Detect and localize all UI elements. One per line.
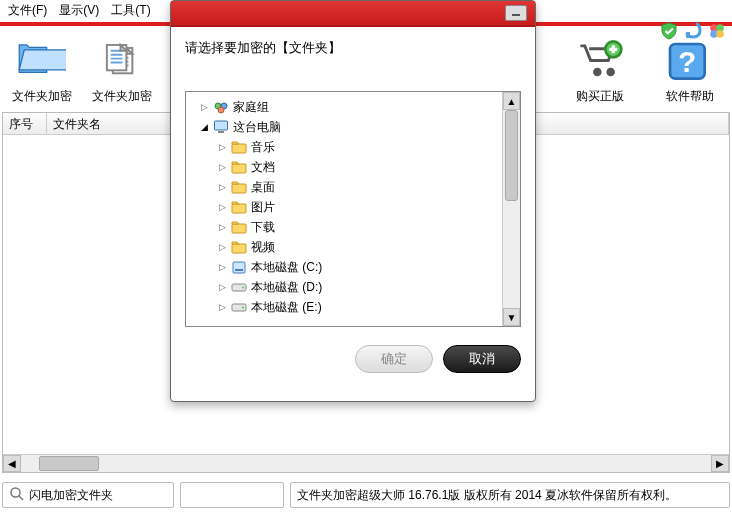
tree-item-this-pc[interactable]: ◢ 这台电脑: [189, 117, 499, 137]
tool-label: 文件夹加密: [92, 88, 152, 105]
scroll-thumb[interactable]: [505, 110, 518, 201]
expand-icon[interactable]: ▷: [217, 262, 227, 272]
expand-icon[interactable]: ▷: [217, 202, 227, 212]
homegroup-icon: [213, 99, 229, 115]
tree-label: 这台电脑: [233, 119, 281, 136]
expand-icon[interactable]: ▷: [217, 282, 227, 292]
ok-label: 确定: [381, 350, 407, 368]
expand-icon[interactable]: ▷: [217, 242, 227, 252]
col-index[interactable]: 序号: [3, 113, 47, 134]
folder-icon: [231, 199, 247, 215]
tree-label: 图片: [251, 199, 275, 216]
scroll-up-icon[interactable]: ▲: [503, 92, 520, 110]
menu-tool[interactable]: 工具(T): [111, 2, 150, 19]
tree-item-music[interactable]: ▷音乐: [189, 137, 499, 157]
expand-icon[interactable]: ▷: [217, 162, 227, 172]
tree-label: 本地磁盘 (C:): [251, 259, 322, 276]
tree-label: 视频: [251, 239, 275, 256]
tool-folder-encrypt-b[interactable]: 文件夹加密: [92, 40, 152, 105]
tree-item-drive-c[interactable]: ▷本地磁盘 (C:): [189, 257, 499, 277]
folder-icon: [231, 159, 247, 175]
scroll-right-icon[interactable]: ▶: [711, 455, 729, 472]
tree-item-drive-d[interactable]: ▷本地磁盘 (D:): [189, 277, 499, 297]
papers-icon: [98, 40, 146, 88]
help-icon: [666, 40, 714, 88]
tree-item-pics[interactable]: ▷图片: [189, 197, 499, 217]
minimize-button[interactable]: [505, 5, 527, 21]
collapse-icon[interactable]: ◢: [199, 122, 209, 132]
expand-icon[interactable]: ▷: [199, 102, 209, 112]
tree-item-homegroup[interactable]: ▷ 家庭组: [189, 97, 499, 117]
tree-label: 文档: [251, 159, 275, 176]
browse-folder-dialog: 请选择要加密的【文件夹】 ▷ 家庭组 ◢ 这台电脑 ▷音乐▷文档▷桌面▷图片▷下…: [170, 0, 536, 402]
tree-label: 本地磁盘 (E:): [251, 299, 322, 316]
svg-rect-15: [686, 32, 690, 38]
tool-buy[interactable]: 购买正版: [570, 40, 630, 105]
tool-folder-encrypt-a[interactable]: 文件夹加密: [12, 40, 72, 105]
tree-label: 下载: [251, 219, 275, 236]
statusbar: 闪电加密文件夹 文件夹加密超级大师 16.76.1版 版权所有 2014 夏冰软…: [2, 481, 730, 509]
tree-label: 音乐: [251, 139, 275, 156]
phone-icon: [684, 22, 702, 44]
status-right: 文件夹加密超级大师 16.76.1版 版权所有 2014 夏冰软件保留所有权利。: [290, 482, 730, 508]
scroll-down-icon[interactable]: ▼: [503, 308, 520, 326]
expand-icon[interactable]: ▷: [217, 222, 227, 232]
scroll-left-icon[interactable]: ◀: [3, 455, 21, 472]
folder-icon: [231, 139, 247, 155]
tree-label: 本地磁盘 (D:): [251, 279, 322, 296]
search-icon: [9, 486, 25, 505]
scroll-thumb[interactable]: [39, 456, 99, 471]
scroll-track[interactable]: [21, 455, 711, 472]
status-left-text: 闪电加密文件夹: [29, 487, 113, 504]
dialog-prompt: 请选择要加密的【文件夹】: [185, 39, 521, 57]
expand-icon[interactable]: ▷: [217, 182, 227, 192]
menu-file[interactable]: 文件(F): [8, 2, 47, 19]
shield-icon: [660, 22, 678, 44]
tree-item-down[interactable]: ▷下载: [189, 217, 499, 237]
folder-icon: [231, 219, 247, 235]
tree-item-docs[interactable]: ▷文档: [189, 157, 499, 177]
ok-button[interactable]: 确定: [355, 345, 433, 373]
cancel-label: 取消: [469, 350, 495, 368]
status-left: 闪电加密文件夹: [2, 482, 174, 508]
tree-item-desktop[interactable]: ▷桌面: [189, 177, 499, 197]
expand-icon[interactable]: ▷: [217, 142, 227, 152]
dialog-titlebar[interactable]: [171, 1, 535, 27]
tree-scrollbar[interactable]: ▲ ▼: [502, 92, 520, 326]
cart-icon: [576, 40, 624, 88]
expand-icon[interactable]: ▷: [217, 302, 227, 312]
computer-icon: [213, 119, 229, 135]
svg-rect-22: [512, 14, 520, 16]
cancel-button[interactable]: 取消: [443, 345, 521, 373]
folder-icon: [231, 239, 247, 255]
clover-icon: [708, 22, 726, 44]
drive-icon: [231, 299, 247, 315]
tool-label: 文件夹加密: [12, 88, 72, 105]
horizontal-scrollbar[interactable]: ◀ ▶: [3, 454, 729, 472]
tool-help[interactable]: 软件帮助: [660, 40, 720, 105]
status-mid: [180, 482, 284, 508]
tree-label: 桌面: [251, 179, 275, 196]
menu-view[interactable]: 显示(V): [59, 2, 99, 19]
tool-label: 软件帮助: [660, 88, 720, 105]
svg-point-19: [716, 30, 724, 38]
folder-tree: ▷ 家庭组 ◢ 这台电脑 ▷音乐▷文档▷桌面▷图片▷下载▷视频▷本地磁盘 (C:…: [185, 91, 521, 327]
hard-disk-icon: [231, 259, 247, 275]
drive-icon: [231, 279, 247, 295]
tree-item-drive-e[interactable]: ▷本地磁盘 (E:): [189, 297, 499, 317]
folder-icon: [231, 179, 247, 195]
tool-label: 购买正版: [570, 88, 630, 105]
svg-point-21: [11, 488, 20, 497]
tree-item-video[interactable]: ▷视频: [189, 237, 499, 257]
folder-icon: [18, 40, 66, 88]
header-status-icons: [660, 22, 726, 44]
minimize-icon: [511, 9, 521, 17]
tree-label: 家庭组: [233, 99, 269, 116]
status-right-text: 文件夹加密超级大师 16.76.1版 版权所有 2014 夏冰软件保留所有权利。: [297, 487, 677, 504]
